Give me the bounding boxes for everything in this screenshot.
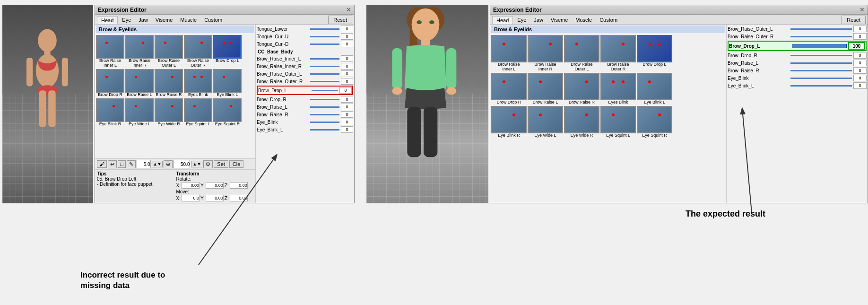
right-thumb-eye-blink-r[interactable]: Eye Blink R <box>491 106 527 138</box>
svg-rect-4 <box>39 90 46 127</box>
brow-raise-l-input[interactable] <box>341 104 353 110</box>
slider-tongue-curl-d: Tongue_Curl-D <box>257 41 353 47</box>
tool-btn-4[interactable]: ⊕ <box>164 160 173 168</box>
right-thumb-brow-raise-l[interactable]: Brow Raise L <box>528 73 563 105</box>
move-z-input[interactable] <box>230 195 248 201</box>
left-thumb-scroll[interactable]: Brow RaiseInner L Brow RaiseInner R <box>95 34 255 158</box>
brow-raise-inner-r-input[interactable] <box>341 63 353 70</box>
thumb-eye-wide-l[interactable]: Eye Wide L <box>125 98 154 127</box>
thumb-brow-raise-inner-l[interactable]: Brow RaiseInner L <box>96 35 124 68</box>
reset-button-left[interactable]: Reset <box>328 16 352 24</box>
right-slider-brow-raise-outer-r: Brow_Raise_Outer_R <box>728 33 867 40</box>
right-sliders-scroll[interactable]: Brow_Raise_Outer_L Brow_Raise_Outer_R Br… <box>727 25 868 203</box>
r-brow-raise-outer-l-input[interactable] <box>853 26 867 32</box>
tongue-lower-input[interactable] <box>341 26 353 32</box>
tab-viseme-left[interactable]: Viseme <box>152 16 176 24</box>
reset-button-right[interactable]: Reset <box>842 16 866 24</box>
r-brow-raise-l-input[interactable] <box>853 60 867 66</box>
eye-blink-l-input[interactable] <box>341 126 353 133</box>
r-brow-raise-outer-r-input[interactable] <box>853 33 867 40</box>
brow-raise-r-input[interactable] <box>341 111 353 118</box>
rotate-z-input[interactable] <box>230 182 248 189</box>
tool-btn-5[interactable]: ⚙ <box>203 160 213 168</box>
undo-btn[interactable]: ↩ <box>108 160 117 168</box>
left-sliders-scroll[interactable]: Tongue_Lower Tongue_Curl-U Tongue_Curl-D <box>256 25 354 203</box>
tab-jaw-right[interactable]: Jaw <box>530 16 547 24</box>
tab-viseme-right[interactable]: Viseme <box>547 16 572 24</box>
tab-head-left[interactable]: Head <box>97 16 118 24</box>
left-close-icon[interactable]: ✕ <box>346 6 351 13</box>
move-y-input[interactable] <box>206 195 224 201</box>
clear-btn[interactable]: Cle <box>229 160 244 168</box>
strength-input[interactable] <box>174 160 190 168</box>
brow-eyelids-header-left: Brow & Eyelids <box>96 26 254 33</box>
thumb-eye-wide-r[interactable]: Eye Wide R <box>155 98 183 127</box>
tongue-curl-u-input[interactable] <box>341 33 353 40</box>
tool-btn-2[interactable]: □ <box>118 160 126 168</box>
right-thumb-eye-wide-l[interactable]: Eye Wide L <box>528 106 563 138</box>
right-thumb-brow-drop-l-selected[interactable]: Brow Drop L <box>637 35 672 72</box>
brow-drop-l-input-left[interactable] <box>339 87 352 94</box>
rotate-x-input[interactable] <box>182 182 200 189</box>
thumb-eye-blink-l[interactable]: Eye Blink L <box>213 69 242 97</box>
tab-muscle-right[interactable]: Muscle <box>572 16 596 24</box>
thumb-brow-drop-l-selected[interactable]: Brow Drop L <box>213 35 242 68</box>
left-tab-bar: Head Eye Jaw Viseme Muscle Custom Reset <box>95 15 354 25</box>
tab-jaw-left[interactable]: Jaw <box>135 16 152 24</box>
mz-label: Z: <box>225 196 229 201</box>
brow-drop-r-input[interactable] <box>341 96 353 103</box>
thumb-brow-raise-outer-l[interactable]: Brow RaiseOuter L <box>155 35 183 68</box>
thumb-brow-raise-inner-r[interactable]: Brow RaiseInner R <box>125 35 154 68</box>
left-editor-title: Expression Editor <box>98 7 147 13</box>
size-spinner[interactable]: ▲▼ <box>152 161 163 167</box>
right-thumb-brow-raise-inner-l[interactable]: Brow RaiseInner L <box>491 35 527 72</box>
r-brow-raise-r-input[interactable] <box>853 67 867 74</box>
right-thumb-scroll[interactable]: Brow RaiseInner L Brow RaiseInner R <box>490 34 726 203</box>
r-eye-blink-input[interactable] <box>853 75 867 81</box>
thumb-row-1: Brow RaiseInner L Brow RaiseInner R <box>96 35 254 68</box>
left-expression-editor: Expression Editor ✕ Head Eye Jaw Viseme … <box>95 5 355 203</box>
thumb-brow-drop-r[interactable]: Brow Drop R <box>96 69 124 97</box>
right-thumb-eye-blink-l[interactable]: Eye Blink L <box>637 73 672 105</box>
tab-custom-left[interactable]: Custom <box>200 16 226 24</box>
paint-btn[interactable]: 🖌 <box>97 160 107 168</box>
tongue-curl-d-input[interactable] <box>341 41 353 47</box>
slider-tongue-lower: Tongue_Lower <box>257 26 353 32</box>
strength-spinner[interactable]: ▲▼ <box>191 161 202 167</box>
right-thumb-brow-raise-outer-l[interactable]: Brow RaiseOuter L <box>564 35 599 72</box>
tool-btn-3[interactable]: ✎ <box>127 160 136 168</box>
right-thumb-eye-squint-l[interactable]: Eye Squint L <box>600 106 636 138</box>
right-thumb-brow-raise-inner-r[interactable]: Brow RaiseInner R <box>528 35 563 72</box>
r-brow-drop-r-input[interactable] <box>853 52 867 59</box>
set-btn[interactable]: Set <box>214 160 228 168</box>
brow-raise-inner-l-input[interactable] <box>341 55 353 62</box>
tab-custom-right[interactable]: Custom <box>596 16 621 24</box>
thumb-eye-blink-r[interactable]: Eye Blink R <box>96 98 124 127</box>
right-thumb-brow-drop-r[interactable]: Brow Drop R <box>491 73 527 105</box>
right-thumb-eye-wide-r[interactable]: Eye Wide R <box>564 106 599 138</box>
brow-raise-outer-l-input[interactable] <box>341 70 353 77</box>
brow-raise-outer-r-input[interactable] <box>341 78 353 85</box>
thumb-eyes-blink[interactable]: Eyes Blink <box>184 69 212 97</box>
thumb-eye-squint-r[interactable]: Eye Squint R <box>213 98 242 127</box>
rotate-y-input[interactable] <box>206 182 224 189</box>
tab-eye-right[interactable]: Eye <box>513 16 530 24</box>
right-thumb-brow-raise-r[interactable]: Brow Raise R <box>564 73 599 105</box>
r-eye-blink-l-input[interactable] <box>853 82 867 89</box>
thumb-brow-raise-r[interactable]: Brow Raise R <box>155 69 183 97</box>
right-thumb-eye-squint-r[interactable]: Eye Squint R <box>637 106 672 138</box>
tab-head-right[interactable]: Head <box>492 16 513 24</box>
right-thumb-brow-raise-outer-r[interactable]: Brow RaiseOuter R <box>600 35 636 72</box>
svg-point-19 <box>392 87 402 95</box>
right-close-icon[interactable]: ✕ <box>859 6 865 13</box>
eye-blink-input[interactable] <box>341 119 353 125</box>
size-input[interactable] <box>137 160 151 168</box>
brow-drop-l-input-right[interactable] <box>848 42 865 50</box>
move-x-input[interactable] <box>182 195 200 201</box>
thumb-brow-raise-outer-r[interactable]: Brow RaiseOuter R <box>184 35 212 68</box>
thumb-eye-squint-l[interactable]: Eye Squint L <box>184 98 212 127</box>
tab-muscle-left[interactable]: Muscle <box>176 16 200 24</box>
tab-eye-left[interactable]: Eye <box>118 16 135 24</box>
right-thumb-eyes-blink[interactable]: Eyes Blink <box>600 73 636 105</box>
thumb-brow-raise-l[interactable]: Brow Raise L <box>125 69 154 97</box>
